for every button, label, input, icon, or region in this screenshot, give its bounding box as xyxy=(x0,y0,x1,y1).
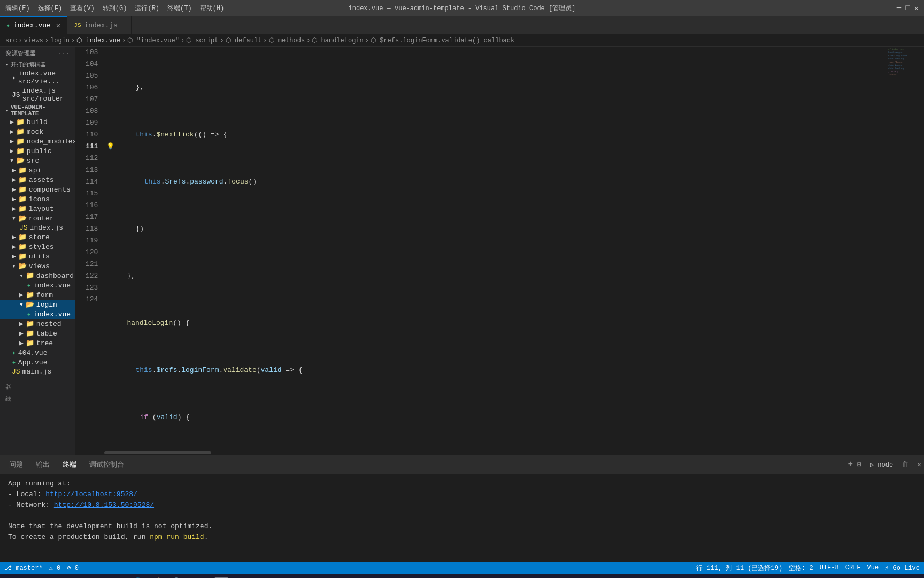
folder-icon-components: 📁 xyxy=(18,185,27,194)
file-main-js[interactable]: JS main.js xyxy=(0,367,75,376)
tab-terminal[interactable]: 终端 xyxy=(56,455,83,474)
lightbulb-icon[interactable]: 💡 xyxy=(106,141,114,153)
folder-table[interactable]: ▶ 📁 table xyxy=(0,329,75,338)
taskbar-item-9[interactable]: 💜 xyxy=(190,575,210,579)
folder-assets[interactable]: ▶ 📁 assets xyxy=(0,175,75,185)
line-ending-indicator[interactable]: CRLF xyxy=(845,564,861,572)
breadcrumb-methods[interactable]: ⬡ methods xyxy=(269,36,305,44)
taskbar-item-6[interactable]: 🌐 xyxy=(128,575,147,579)
folder-icons[interactable]: ▶ 📁 icons xyxy=(0,194,75,204)
menu-run[interactable]: 运行(R) xyxy=(135,4,159,13)
folder-api[interactable]: ▶ 📁 api xyxy=(0,165,75,175)
file-index-vue-dashboard[interactable]: ✦ index.vue xyxy=(0,280,75,290)
horizontal-scrollbar[interactable] xyxy=(75,450,924,455)
terminal-tabs: 问题 输出 终端 调试控制台 + ⊞ ▷ node 🗑 ✕ xyxy=(0,455,924,474)
folder-icon-table: 📁 xyxy=(26,329,34,338)
taskbar-item-8[interactable]: 🔧 xyxy=(170,575,189,579)
js-file-icon-router: JS xyxy=(19,224,28,232)
folder-components[interactable]: ▶ 📁 components xyxy=(0,185,75,194)
minimize-button[interactable]: ─ xyxy=(897,4,901,13)
taskbar-item-4[interactable]: 🎨 xyxy=(86,575,105,579)
folder-mock[interactable]: ▶ 📁 mock xyxy=(0,127,75,136)
git-branch[interactable]: ⎇ master* xyxy=(4,564,43,572)
terminal-close-button[interactable]: ✕ xyxy=(917,460,921,469)
maximize-button[interactable]: □ xyxy=(905,4,910,13)
window-controls[interactable]: ─ □ ✕ xyxy=(897,4,919,13)
folder-styles[interactable]: ▶ 📁 styles xyxy=(0,242,75,252)
terminal-trash-button[interactable]: 🗑 xyxy=(902,461,908,469)
project-section[interactable]: ▾ VUE-ADMIN-TEMPLATE xyxy=(0,103,75,117)
folder-nested[interactable]: ▶ 📁 nested xyxy=(0,319,75,329)
spaces-indicator[interactable]: 空格: 2 xyxy=(789,564,813,573)
go-live-button[interactable]: ⚡ Go Live xyxy=(885,564,920,572)
folder-router[interactable]: ▾ 📂 router xyxy=(0,214,75,223)
folder-icon-nested: 📁 xyxy=(26,320,34,328)
folder-dashboard[interactable]: ▾ 📁 dashboard xyxy=(0,271,75,280)
menu-select[interactable]: 选择(F) xyxy=(38,4,63,13)
tab-close-index-vue[interactable]: ✕ xyxy=(56,21,60,30)
cursor-position[interactable]: 行 111, 列 11 (已选择19) xyxy=(696,564,782,573)
breadcrumb-validate-callback[interactable]: ⬡ $refs.loginForm.validate() callback xyxy=(371,36,514,44)
error-count[interactable]: ⚠ 0 xyxy=(49,564,61,572)
folder-public[interactable]: ▶ 📁 public xyxy=(0,146,75,156)
encoding-indicator[interactable]: UTF-8 xyxy=(820,564,839,572)
menu-edit[interactable]: 编辑(E) xyxy=(5,4,30,13)
folder-utils[interactable]: ▶ 📁 utils xyxy=(0,252,75,261)
breadcrumb-login[interactable]: login xyxy=(50,37,70,44)
open-editor-index-vue[interactable]: ✦ index.vue src/vie... xyxy=(0,69,75,86)
taskbar-item-5[interactable]: T xyxy=(107,575,126,579)
close-button[interactable]: ✕ xyxy=(914,4,919,13)
folder-layout[interactable]: ▶ 📁 layout xyxy=(0,204,75,214)
code-editor[interactable]: }, this.$nextTick(() => { this.$refs.pas… xyxy=(116,47,887,450)
folder-store[interactable]: ▶ 📁 store xyxy=(0,232,75,242)
terminal-network-link[interactable]: http://10.8.153.50:9528/ xyxy=(54,501,154,509)
tab-label-index-vue: index.vue xyxy=(13,21,51,29)
file-404-vue[interactable]: ✦ 404.vue xyxy=(0,348,75,358)
breadcrumb-default[interactable]: ⬡ default xyxy=(226,36,262,44)
titlebar-menu[interactable]: 编辑(E) 选择(F) 查看(V) 转到(G) 运行(R) 终端(T) 帮助(H… xyxy=(5,4,224,13)
code-container[interactable]: 103 104 105 106 107 108 109 110 111 112 … xyxy=(75,47,924,450)
open-editor-index-js[interactable]: JS index.js src/router xyxy=(0,86,75,103)
breadcrumb-indexvue-str[interactable]: ⬡ "index.vue" xyxy=(127,36,179,44)
taskbar-start[interactable] xyxy=(3,575,22,579)
taskbar-firefox[interactable]: 🦊 xyxy=(24,575,43,579)
folder-tree[interactable]: ▶ 📁 tree xyxy=(0,338,75,348)
menu-terminal[interactable]: 终端(T) xyxy=(167,4,192,13)
terminal-add-button[interactable]: + xyxy=(848,460,853,469)
tab-index-vue[interactable]: ✦ index.vue ✕ xyxy=(0,16,67,34)
warning-count[interactable]: ⊘ 0 xyxy=(67,564,79,572)
tab-debug-console[interactable]: 调试控制台 xyxy=(83,455,130,474)
line-numbers: 103 104 105 106 107 108 109 110 111 112 … xyxy=(75,47,106,450)
terminal-line-3: - Network: http://10.8.153.50:9528/ xyxy=(8,500,916,511)
folder-form[interactable]: ▶ 📁 form xyxy=(0,290,75,300)
breadcrumb-views[interactable]: views xyxy=(24,37,43,44)
tab-index-js[interactable]: JS index.js xyxy=(67,16,132,34)
tab-problems[interactable]: 问题 xyxy=(3,455,29,474)
sidebar-menu-button[interactable]: ··· xyxy=(58,50,70,57)
taskbar-vscode[interactable] xyxy=(65,575,84,579)
taskbar-explorer[interactable]: 📁 xyxy=(44,575,64,579)
folder-login[interactable]: ▾ 📂 login xyxy=(0,300,75,309)
open-editors-section[interactable]: ▾ 开打的编辑器 xyxy=(0,60,75,69)
file-index-vue-login[interactable]: ✦ index.vue xyxy=(0,309,75,319)
file-app-vue[interactable]: ✦ App.vue xyxy=(0,358,75,367)
breadcrumb-src[interactable]: src xyxy=(5,37,17,44)
folder-build[interactable]: ▶ 📁 build xyxy=(0,117,75,127)
terminal-split-button[interactable]: ⊞ xyxy=(857,460,861,469)
language-indicator[interactable]: Vue xyxy=(867,564,879,572)
breadcrumb-index-vue[interactable]: ⬡ index.vue xyxy=(76,36,120,44)
taskbar-item-10[interactable]: 📊 xyxy=(211,575,230,579)
menu-view[interactable]: 查看(V) xyxy=(70,4,95,13)
folder-src[interactable]: ▾ 📂 src xyxy=(0,156,75,165)
breadcrumb-handlelogin[interactable]: ⬡ handleLogin xyxy=(312,36,363,44)
taskbar-item-7[interactable]: 📦 xyxy=(149,575,168,579)
breadcrumb-script[interactable]: ⬡ script xyxy=(186,36,218,44)
menu-help[interactable]: 帮助(H) xyxy=(200,4,225,13)
folder-views[interactable]: ▾ 📂 views xyxy=(0,261,75,271)
menu-goto[interactable]: 转到(G) xyxy=(103,4,127,13)
folder-node-modules[interactable]: ▶ 📁 node_modules xyxy=(0,136,75,146)
terminal-local-link[interactable]: http://localhost:9528/ xyxy=(45,490,137,498)
code-line-103: }, xyxy=(116,82,887,94)
file-index-js-router[interactable]: JS index.js xyxy=(0,223,75,232)
tab-output[interactable]: 输出 xyxy=(29,455,56,474)
